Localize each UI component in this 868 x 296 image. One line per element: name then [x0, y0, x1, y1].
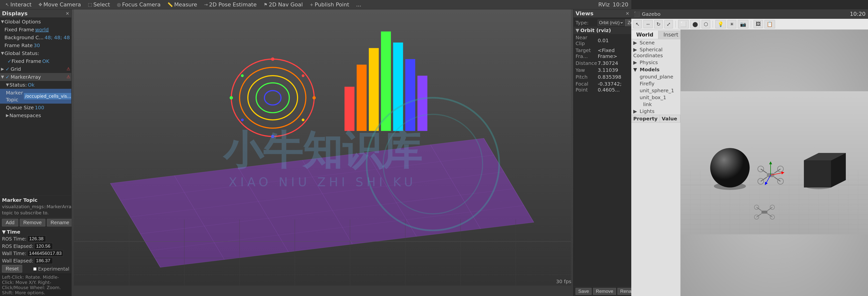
ros-time-input[interactable]	[27, 236, 46, 242]
views-remove-button[interactable]: Remove	[593, 288, 616, 295]
world-tab[interactable]: World	[631, 31, 658, 39]
focus-camera-tool[interactable]: ◎ Focus Camera	[115, 1, 163, 8]
target-frame-label: Target Fra...	[576, 47, 598, 59]
gz-unit-box-item[interactable]: unit_box_1	[631, 94, 680, 101]
fixed-frame-item[interactable]: Fixed Frame world	[0, 26, 71, 34]
marker-array-item[interactable]: ▼ ✓ MarkerArray ⚠	[0, 73, 71, 81]
gazebo-tabs: World Insert	[631, 31, 680, 39]
wall-elapsed-input[interactable]	[34, 258, 53, 264]
gz-scene-arrow: ▶	[633, 40, 637, 46]
measure-icon: 📏	[167, 2, 173, 7]
move-camera-tool[interactable]: ✥ Move Camera	[36, 1, 83, 8]
svg-point-17	[312, 96, 316, 99]
gz-sphere-tool[interactable]: ⬤	[690, 20, 700, 28]
views-save-button[interactable]: Save	[576, 288, 592, 295]
nav-goal-tool[interactable]: ⚑ 2D Nav Goal	[261, 1, 305, 8]
queue-size-item[interactable]: Queue Size 100	[0, 103, 71, 112]
global-options-label: Global Options	[4, 18, 41, 25]
pitch-row: Pitch 0.835398	[574, 73, 631, 81]
gz-scale-tool[interactable]: ⤢	[664, 20, 673, 28]
displays-close-icon[interactable]: ✕	[66, 11, 69, 16]
pitch-value: 0.835398	[598, 74, 621, 80]
rviz-viewport[interactable]: 小牛知识库 XIAO NIU ZHI SHI KU 30 fps	[71, 9, 573, 296]
marker-status-label: Status:	[9, 81, 27, 88]
gz-translate-tool[interactable]: ↔	[643, 20, 653, 28]
marker-topic-edit[interactable]: /occupied_cells_vis...	[24, 93, 71, 99]
wall-time-input[interactable]	[27, 250, 63, 257]
gz-rotate-tool[interactable]: ↻	[654, 20, 663, 28]
gz-unit-sphere-item[interactable]: unit_sphere_1	[631, 87, 680, 94]
experimental-label: Experimental	[33, 266, 69, 272]
gz-sun-tool[interactable]: ☀	[727, 20, 736, 28]
view-type-select[interactable]: Orbit (rviz)	[598, 20, 624, 26]
remove-button[interactable]: Remove	[20, 219, 45, 227]
gazebo-3d-viewport[interactable]: ⏸ Steps: 1 Real Time Factor: 0.38 Sim Ti…	[681, 30, 868, 296]
measure-tool[interactable]: 📏 Measure	[165, 1, 200, 8]
global-status-item[interactable]: ▼ Global Status:	[0, 49, 71, 57]
experimental-checkbox[interactable]	[33, 267, 36, 271]
near-clip-value: 0.01	[598, 37, 609, 43]
current-view-header: ▼ Orbit (rviz)	[574, 27, 631, 34]
background-color-item[interactable]: Background C... 48; 48; 48	[0, 34, 71, 41]
rviz-svg-scene: 小牛知识库 XIAO NIU ZHI SHI KU	[71, 9, 573, 286]
gz-ground-plane-item[interactable]: ground_plane	[631, 73, 680, 80]
publish-point-tool[interactable]: + Publish Point	[307, 1, 352, 8]
rviz-title: RViz	[598, 1, 610, 8]
views-close-icon[interactable]: ✕	[626, 11, 629, 16]
gz-firefly-item[interactable]: Firefly	[631, 80, 680, 87]
gazebo-title: Gazebo	[642, 11, 661, 17]
interact-icon: ↖	[5, 2, 9, 7]
marker-status-item: ▼ Status: Ok	[0, 81, 71, 89]
gz-spherical-item[interactable]: ▶ Spherical Coordinates	[631, 46, 680, 59]
yaw-row: Yaw 3.11039	[574, 67, 631, 73]
gz-value-col: Value	[660, 115, 680, 122]
zero-button[interactable]: Zero	[625, 19, 631, 26]
distance-row: Distance 7.30724	[574, 60, 631, 67]
svg-rect-24	[344, 87, 354, 131]
gz-camera-tool[interactable]: 📷	[738, 20, 748, 28]
gz-scene-item[interactable]: ▶ Scene	[631, 39, 680, 46]
gz-cylinder-tool[interactable]: ⬡	[702, 20, 710, 28]
gz-physics-label: Physics	[640, 59, 658, 65]
reset-time-button[interactable]: Reset	[2, 265, 22, 272]
more-tools[interactable]: ...	[353, 1, 364, 8]
ros-elapsed-label: ROS Elapsed:	[2, 243, 33, 249]
gz-models-label: Models	[640, 67, 659, 72]
grid-item[interactable]: ▶ ✓ Grid ⚠	[0, 65, 71, 73]
gz-toolbar-divider1	[675, 21, 676, 28]
namespaces-item[interactable]: ▶ Namespaces	[0, 112, 71, 119]
gz-pointer-tool[interactable]: ↖	[633, 20, 642, 28]
wall-time-label: Wall Time:	[2, 250, 26, 256]
marker-array-check[interactable]: ✓	[5, 73, 10, 81]
views-bottom-buttons: Save Remove Rename	[574, 286, 631, 296]
gz-log-tool[interactable]: 📋	[765, 20, 775, 28]
marker-array-arrow: ▼	[1, 74, 4, 80]
time-collapse-arrow[interactable]: ▼	[2, 229, 6, 235]
frame-rate-item[interactable]: Frame Rate 30	[0, 41, 71, 49]
marker-array-label: MarkerArray	[10, 73, 41, 81]
marker-topic-item[interactable]: Marker Topic /occupied_cells_vis...	[0, 89, 71, 103]
insert-tab[interactable]: Insert	[658, 31, 681, 39]
gz-link-item[interactable]: link	[631, 101, 680, 108]
ros-time-label: ROS Time:	[2, 236, 26, 241]
gz-physics-item[interactable]: ▶ Physics	[631, 59, 680, 66]
gz-lights-item[interactable]: ▶ Lights	[631, 108, 680, 115]
gz-box-tool[interactable]: ⬜	[678, 20, 689, 28]
interact-tool[interactable]: ↖ Interact	[3, 1, 34, 8]
pose-estimate-tool[interactable]: → 2D Pose Estimate	[202, 1, 259, 8]
grid-check[interactable]: ✓	[5, 66, 10, 72]
select-tool[interactable]: ⬚ Select	[85, 1, 113, 8]
ros-elapsed-input[interactable]	[34, 243, 53, 249]
gz-screenshot-tool[interactable]: 🖼	[753, 20, 763, 28]
distance-label: Distance	[576, 60, 598, 66]
namespaces-label: Namespaces	[9, 112, 41, 119]
rviz-3d-scene[interactable]: 小牛知识库 XIAO NIU ZHI SHI KU 30 fps	[71, 9, 573, 286]
displays-buttons: Add Remove Rename	[0, 217, 71, 228]
global-options-item[interactable]: ▼ Global Options	[0, 18, 71, 26]
rename-button[interactable]: Rename	[47, 219, 73, 227]
view-type-row: Type: Orbit (rviz) Zero	[574, 19, 631, 27]
rviz-clock: 10:20	[613, 1, 628, 8]
add-button[interactable]: Add	[2, 219, 18, 227]
fps-counter: 30 fps	[556, 278, 571, 285]
gz-point-light-tool[interactable]: 💡	[715, 20, 726, 28]
